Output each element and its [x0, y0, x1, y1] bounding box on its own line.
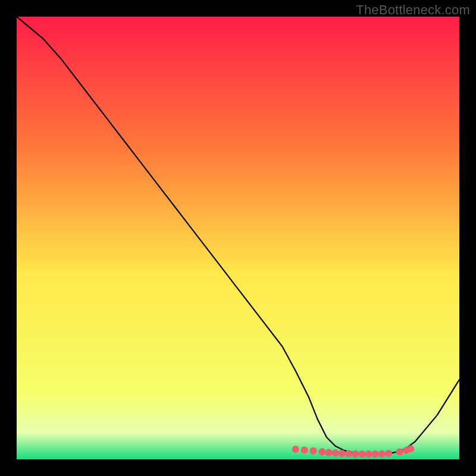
watermark-text: TheBottleneck.com — [356, 2, 470, 18]
data-marker — [358, 450, 365, 458]
data-marker — [301, 446, 308, 453]
data-marker — [407, 445, 414, 452]
data-marker — [292, 446, 299, 453]
data-marker — [325, 449, 333, 456]
data-marker — [345, 450, 352, 457]
gradient-background — [17, 17, 459, 459]
data-marker — [309, 447, 317, 455]
data-marker — [352, 450, 359, 458]
data-marker — [339, 450, 346, 457]
data-marker — [372, 450, 379, 458]
chart-frame: TheBottleneck.com — [0, 0, 476, 476]
data-marker — [385, 450, 392, 457]
plot-area — [17, 17, 459, 459]
data-marker — [332, 449, 339, 456]
data-marker — [365, 450, 372, 458]
data-marker — [318, 448, 325, 455]
chart-svg — [17, 17, 459, 459]
data-marker — [396, 448, 403, 455]
data-marker — [378, 450, 386, 458]
